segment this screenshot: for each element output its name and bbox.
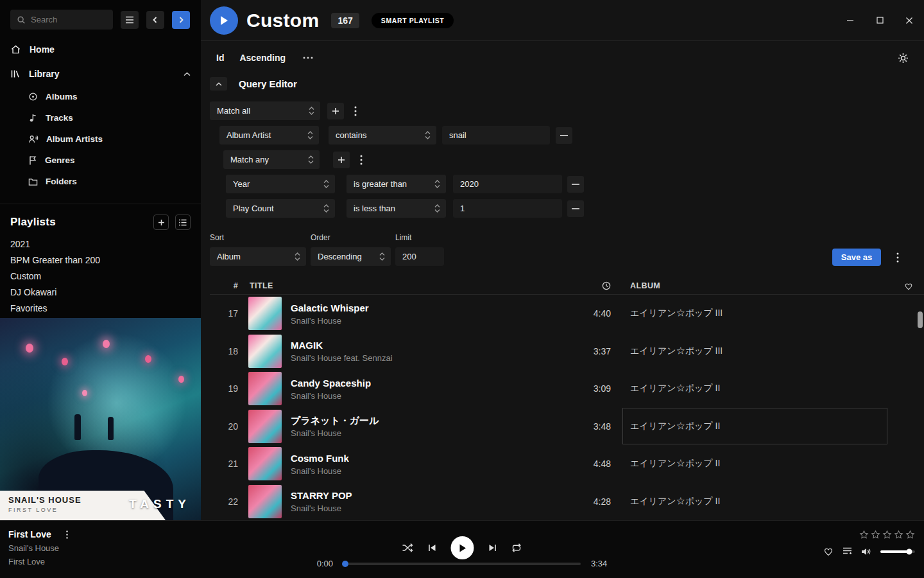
skip-previous-icon bbox=[428, 543, 437, 552]
rating-star-icon[interactable] bbox=[905, 530, 915, 539]
close-button[interactable] bbox=[894, 0, 924, 40]
updown-icon bbox=[425, 131, 431, 139]
shuffle-icon bbox=[402, 543, 414, 553]
rule-field-select[interactable]: Play Count bbox=[226, 199, 335, 218]
group-options-button[interactable] bbox=[353, 152, 370, 168]
sidebar-item-albums[interactable]: Albums bbox=[0, 86, 201, 107]
rule-field-select[interactable]: Album Artist bbox=[219, 126, 319, 144]
updown-icon bbox=[323, 204, 329, 213]
playlist-list-button[interactable] bbox=[175, 215, 191, 230]
rule-field-select[interactable]: Year bbox=[226, 175, 335, 193]
column-favorite[interactable] bbox=[893, 282, 924, 290]
collapse-query-editor-button[interactable] bbox=[210, 77, 227, 91]
maximize-button[interactable] bbox=[865, 0, 894, 40]
track-artist: Snail's House bbox=[291, 428, 379, 438]
smart-playlist-badge: SMART PLAYLIST bbox=[372, 13, 454, 28]
now-playing-options-button[interactable] bbox=[63, 530, 72, 539]
play-playlist-button[interactable] bbox=[210, 6, 238, 35]
more-options-button[interactable] bbox=[301, 51, 315, 65]
shuffle-button[interactable] bbox=[402, 543, 414, 553]
add-rule-button[interactable] bbox=[327, 103, 344, 119]
remove-rule-button[interactable] bbox=[556, 127, 572, 144]
column-duration[interactable] bbox=[570, 281, 615, 290]
sidebar-item-library[interactable]: Library bbox=[0, 62, 201, 86]
save-as-button[interactable]: Save as bbox=[832, 249, 881, 266]
track-row[interactable]: 22 STARRY POP Snail's House 4:28 エイリアン☆ポ… bbox=[210, 483, 924, 521]
track-artwork bbox=[248, 447, 282, 480]
track-row[interactable]: 18 MAGIK Snail's House feat. Sennzai 3:3… bbox=[210, 333, 924, 371]
albums-icon bbox=[28, 92, 38, 101]
volume-handle[interactable] bbox=[907, 548, 912, 554]
rule-operator-select[interactable]: is greater than bbox=[346, 175, 446, 193]
sort-order-button[interactable]: Ascending bbox=[239, 53, 286, 63]
track-row[interactable]: 17 Galactic Whisper Snail's House 4:40 エ… bbox=[210, 295, 924, 333]
group-options-button[interactable] bbox=[347, 103, 364, 119]
group-match-mode-value: Match any bbox=[230, 155, 269, 164]
query-order-select[interactable]: Descending bbox=[311, 247, 391, 266]
track-duration: 4:48 bbox=[570, 459, 615, 469]
previous-button[interactable] bbox=[428, 543, 437, 552]
close-icon bbox=[905, 17, 913, 24]
sort-field-button[interactable]: Id bbox=[216, 53, 224, 63]
playlist-item-dj-okawari[interactable]: DJ Okawari bbox=[0, 285, 201, 301]
column-title[interactable]: TITLE bbox=[239, 281, 570, 290]
rule-operator-select[interactable]: contains bbox=[329, 126, 436, 144]
repeat-button[interactable] bbox=[511, 543, 522, 553]
minimize-button[interactable] bbox=[835, 0, 865, 40]
search-input[interactable] bbox=[31, 15, 107, 24]
track-artist: Snail's House bbox=[291, 316, 369, 326]
next-button[interactable] bbox=[488, 543, 497, 552]
plus-icon bbox=[332, 107, 339, 115]
sidebar-item-tracks[interactable]: Tracks bbox=[0, 107, 201, 128]
match-mode-select[interactable]: Match all bbox=[210, 101, 320, 120]
forward-button[interactable] bbox=[172, 11, 190, 29]
album-cell-focused[interactable]: エイリアン☆ポップ II bbox=[622, 408, 887, 444]
scrollbar-thumb[interactable] bbox=[918, 311, 923, 328]
play-pause-button[interactable] bbox=[451, 536, 474, 559]
sidebar-item-home[interactable]: Home bbox=[0, 37, 201, 62]
rating-star-icon[interactable] bbox=[882, 530, 892, 539]
rule-operator-select[interactable]: is less than bbox=[346, 199, 446, 218]
volume-button[interactable] bbox=[861, 547, 871, 556]
settings-button[interactable] bbox=[896, 51, 910, 65]
group-match-mode-select[interactable]: Match any bbox=[223, 150, 320, 169]
favorite-button[interactable] bbox=[823, 547, 834, 556]
track-row[interactable]: 20 プラネット・ガール Snail's House 3:48 エイリアン☆ポッ… bbox=[210, 408, 924, 446]
remove-rule-button[interactable] bbox=[567, 176, 584, 193]
rating-star-icon[interactable] bbox=[859, 530, 869, 539]
queue-button[interactable] bbox=[843, 547, 852, 556]
query-sort-select[interactable]: Album bbox=[210, 247, 306, 266]
rating-star-icon[interactable] bbox=[871, 530, 880, 539]
sidebar-item-album-artists[interactable]: Album Artists bbox=[0, 128, 201, 150]
sidebar-item-folders[interactable]: Folders bbox=[0, 171, 201, 192]
back-button[interactable] bbox=[146, 11, 164, 29]
playlist-item-bpm[interactable]: BPM Greater than 200 bbox=[0, 252, 201, 268]
volume-slider[interactable] bbox=[880, 550, 915, 553]
menu-button[interactable] bbox=[121, 11, 139, 29]
column-number[interactable]: # bbox=[210, 281, 239, 290]
seek-handle[interactable] bbox=[342, 561, 348, 567]
remove-rule-button[interactable] bbox=[567, 200, 584, 217]
seek-bar[interactable] bbox=[343, 563, 581, 565]
updown-icon bbox=[323, 180, 329, 188]
rating-star-icon[interactable] bbox=[894, 530, 903, 539]
rule-value-input[interactable] bbox=[453, 175, 562, 193]
updown-icon bbox=[295, 252, 300, 261]
rule-value-input[interactable] bbox=[453, 199, 562, 218]
playlist-item-favorites[interactable]: Favorites bbox=[0, 301, 201, 317]
kebab-icon bbox=[360, 155, 363, 165]
track-row[interactable]: 19 Candy Spaceship Snail's House 3:09 エイ… bbox=[210, 370, 924, 408]
playlist-item-custom[interactable]: Custom bbox=[0, 268, 201, 285]
add-group-rule-button[interactable] bbox=[333, 152, 350, 168]
sidebar-item-genres[interactable]: Genres bbox=[0, 150, 201, 171]
track-row[interactable]: 21 Cosmo Funk Snail's House 4:48 エイリアン☆ポ… bbox=[210, 445, 924, 483]
save-options-button[interactable] bbox=[889, 249, 906, 266]
player-bar: First Love Snail's House First Love bbox=[0, 520, 924, 578]
search-box[interactable] bbox=[10, 10, 113, 30]
rule-value-input[interactable] bbox=[442, 126, 550, 144]
add-playlist-button[interactable] bbox=[153, 215, 169, 230]
column-album[interactable]: ALBUM bbox=[615, 281, 893, 290]
track-duration: 3:37 bbox=[570, 346, 615, 356]
query-limit-input[interactable] bbox=[395, 247, 444, 266]
playlist-item-2021[interactable]: 2021 bbox=[0, 236, 201, 252]
